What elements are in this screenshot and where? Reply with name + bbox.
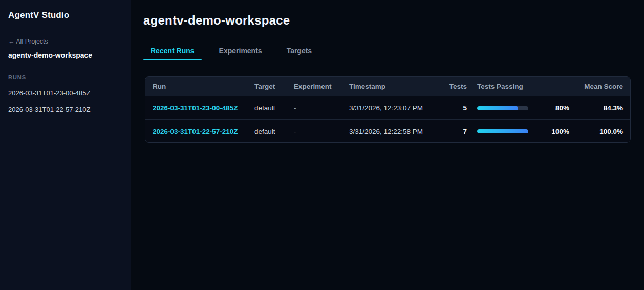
sidebar-run-item[interactable]: 2026-03-31T01-23-00-485Z [8, 89, 122, 97]
run-experiment: - [294, 128, 349, 135]
sidebar-workspace-name: agentv-demo-workspace [8, 51, 122, 59]
progress-fill [477, 129, 528, 133]
run-experiment: - [294, 104, 349, 112]
table-header-row: Run Target Experiment Timestamp Tests Te… [145, 77, 630, 96]
column-header-experiment: Experiment [294, 82, 349, 90]
sidebar-header: AgentV Studio [0, 0, 131, 29]
tests-passing-progress-bar [477, 129, 528, 133]
run-mean-score: 84.3% [569, 104, 630, 112]
runs-table: Run Target Experiment Timestamp Tests Te… [145, 76, 631, 143]
run-tests-count: 5 [446, 104, 467, 112]
project-block: ← All Projects agentv-demo-workspace [0, 29, 131, 67]
main-content: agentv-demo-workspace Recent Runs Experi… [131, 0, 644, 290]
all-projects-back-link[interactable]: ← All Projects [8, 38, 48, 45]
column-header-timestamp: Timestamp [349, 82, 446, 90]
tab-bar: Recent Runs Experiments Targets [143, 44, 631, 60]
table-row: 2026-03-31T01-22-57-210Z default - 3/31/… [145, 119, 630, 142]
run-tests-count: 7 [446, 128, 467, 135]
run-target: default [254, 128, 294, 135]
run-link[interactable]: 2026-03-31T01-23-00-485Z [153, 104, 238, 112]
tests-passing-progress-bar [477, 106, 528, 110]
page-title: agentv-demo-workspace [143, 13, 631, 28]
runs-section: RUNS 2026-03-31T01-23-00-485Z 2026-03-31… [0, 67, 131, 120]
column-header-run: Run [145, 82, 254, 90]
table-row: 2026-03-31T01-23-00-485Z default - 3/31/… [145, 96, 630, 119]
run-mean-score: 100.0% [569, 128, 630, 135]
progress-fill [477, 106, 518, 110]
tests-passing-percent: 100% [528, 128, 569, 135]
run-link[interactable]: 2026-03-31T01-22-57-210Z [153, 128, 238, 135]
tab-targets[interactable]: Targets [280, 44, 319, 60]
runs-section-label: RUNS [8, 74, 122, 80]
tab-recent-runs[interactable]: Recent Runs [143, 44, 202, 60]
run-target: default [254, 104, 294, 112]
tests-passing-cell: 100% [477, 128, 569, 135]
sidebar: AgentV Studio ← All Projects agentv-demo… [0, 0, 131, 290]
tests-passing-cell: 80% [477, 104, 569, 112]
app-title: AgentV Studio [8, 10, 122, 20]
run-timestamp: 3/31/2026, 12:23:07 PM [349, 104, 446, 112]
sidebar-run-item[interactable]: 2026-03-31T01-22-57-210Z [8, 106, 122, 113]
run-timestamp: 3/31/2026, 12:22:58 PM [349, 128, 446, 135]
tab-experiments[interactable]: Experiments [212, 44, 269, 60]
tests-passing-percent: 80% [528, 104, 569, 112]
column-header-target: Target [254, 82, 294, 90]
column-header-tests-passing: Tests Passing [477, 82, 569, 90]
column-header-tests: Tests [446, 82, 467, 90]
column-header-mean-score: Mean Score [569, 82, 630, 90]
